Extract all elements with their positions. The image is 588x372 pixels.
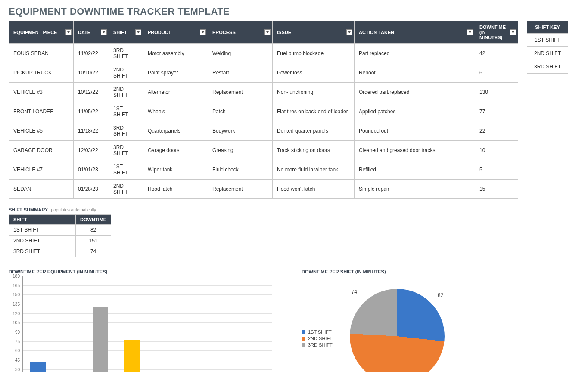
legend-item: 3RD SHIFT: [302, 342, 333, 347]
legend-item: 2ND SHIFT: [302, 336, 333, 341]
svg-marker-2: [137, 31, 140, 33]
cell-process: Bodywork: [208, 121, 273, 141]
cell-process: Patch: [208, 102, 273, 121]
cell-action: Reboot: [355, 63, 475, 83]
column-header[interactable]: ISSUE: [273, 21, 355, 44]
table-row: VEHICLE #310/12/222ND SHIFTAlternatorRep…: [9, 83, 518, 102]
pie-chart-title: DOWNTIME PER SHIFT (IN MINUTES): [302, 269, 453, 274]
summary-heading: SHIFT SUMMARY populates automatically: [9, 207, 579, 213]
cell-shift: 1ST SHIFT: [109, 160, 143, 180]
column-header[interactable]: PROCESS: [208, 21, 273, 44]
table-row: PICKUP TRUCK10/10/222ND SHIFTPaint spray…: [9, 63, 518, 83]
summary-downtime-cell: 82: [76, 225, 111, 236]
summary-subnote: populates automatically: [51, 208, 96, 212]
cell-issue: Fuel pump blockage: [273, 44, 355, 63]
cell-date: 10/10/22: [74, 63, 109, 83]
cell-equipment: VEHICLE #5: [9, 121, 74, 141]
cell-equipment: GARAGE DOOR: [9, 141, 74, 160]
cell-issue: Dented quarter panels: [273, 121, 355, 141]
summary-shift-cell: 3RD SHIFT: [9, 246, 76, 257]
cell-action: Applied patches: [355, 102, 475, 121]
summary-col-downtime: DOWNTIME: [76, 215, 111, 225]
y-axis-tick: 165: [12, 283, 20, 288]
summary-shift-cell: 2ND SHIFT: [9, 236, 76, 246]
cell-downtime: 5: [475, 160, 518, 180]
y-axis-tick: 60: [15, 348, 20, 353]
shift-key-table: SHIFT KEY 1ST SHIFT2ND SHIFT3RD SHIFT: [527, 21, 568, 74]
cell-date: 11/02/22: [74, 44, 109, 63]
summary-shift-cell: 1ST SHIFT: [9, 225, 76, 236]
y-axis-tick: 120: [12, 311, 20, 316]
cell-product: Hood latch: [143, 180, 208, 199]
column-header[interactable]: DOWNTIME (IN MINUTES): [475, 21, 518, 44]
filter-dropdown-icon[interactable]: [200, 29, 206, 35]
column-header[interactable]: SHIFT: [109, 21, 143, 44]
y-axis-tick: 75: [15, 339, 20, 344]
column-header[interactable]: PRODUCT: [143, 21, 208, 44]
bar: 77: [124, 340, 140, 372]
legend-item: 1ST SHIFT: [302, 329, 333, 335]
svg-marker-6: [468, 31, 472, 33]
cell-process: Welding: [208, 44, 273, 63]
cell-product: Quarterpanels: [143, 121, 208, 141]
filter-dropdown-icon[interactable]: [346, 29, 352, 35]
shift-key-row: 3RD SHIFT: [527, 60, 568, 74]
bar-chart-title: DOWNTIME PER EQUIPMENT (IN MINUTES): [9, 269, 276, 274]
pie-data-label: 74: [352, 289, 357, 295]
cell-date: 01/01/23: [74, 160, 109, 180]
cell-product: Alternator: [143, 83, 208, 102]
cell-issue: Non-functioning: [273, 83, 355, 102]
cell-shift: 2ND SHIFT: [109, 180, 143, 199]
cell-action: Simple repair: [355, 180, 475, 199]
cell-shift: 1ST SHIFT: [109, 102, 143, 121]
summary-downtime-cell: 151: [76, 236, 111, 246]
svg-marker-7: [511, 31, 515, 33]
cell-action: Ordered part/replaced: [355, 83, 475, 102]
summary-downtime-cell: 74: [76, 246, 111, 257]
y-axis-tick: 30: [15, 367, 20, 372]
cell-process: Replacement: [208, 180, 273, 199]
filter-dropdown-icon[interactable]: [467, 29, 473, 35]
legend-label: 2ND SHIFT: [308, 336, 333, 341]
cell-downtime: 22: [475, 121, 518, 141]
column-header[interactable]: ACTION TAKEN: [355, 21, 475, 44]
bar-chart-block: DOWNTIME PER EQUIPMENT (IN MINUTES) 0153…: [9, 269, 276, 372]
column-header[interactable]: EQUIPMENT PIECE: [9, 21, 74, 44]
summary-col-shift: SHIFT: [9, 215, 76, 225]
bar: 130: [93, 307, 108, 372]
svg-marker-0: [67, 31, 70, 33]
filter-dropdown-icon[interactable]: [510, 29, 516, 35]
cell-shift: 3RD SHIFT: [109, 44, 143, 63]
main-data-table: EQUIPMENT PIECEDATESHIFTPRODUCTPROCESSIS…: [9, 21, 518, 199]
shift-key-row: 1ST SHIFT: [527, 34, 568, 47]
cell-date: 11/05/22: [74, 102, 109, 121]
downtime-per-shift-pie-chart: 8215174: [341, 276, 453, 372]
cell-downtime: 6: [475, 63, 518, 83]
cell-date: 12/03/22: [74, 141, 109, 160]
summary-label: SHIFT SUMMARY: [9, 207, 48, 212]
cell-issue: Track sticking on doors: [273, 141, 355, 160]
cell-downtime: 15: [475, 180, 518, 199]
table-row: VEHICLE #511/18/223RD SHIFTQuarterpanels…: [9, 121, 518, 141]
cell-product: Garage doors: [143, 141, 208, 160]
y-axis-tick: 135: [12, 302, 20, 307]
y-axis-tick: 90: [15, 330, 20, 335]
filter-dropdown-icon[interactable]: [264, 29, 271, 35]
cell-issue: No more fluid in wiper tank: [273, 160, 355, 180]
cell-equipment: VEHICLE #3: [9, 83, 74, 102]
legend-label: 3RD SHIFT: [308, 342, 333, 347]
cell-equipment: FRONT LOADER: [9, 102, 74, 121]
cell-date: 11/18/22: [74, 121, 109, 141]
cell-shift: 2ND SHIFT: [109, 83, 143, 102]
column-header[interactable]: DATE: [74, 21, 109, 44]
y-axis-tick: 150: [12, 292, 20, 297]
filter-dropdown-icon[interactable]: [101, 29, 107, 35]
table-row: SEDAN01/28/232ND SHIFTHood latchReplacem…: [9, 180, 518, 199]
filter-dropdown-icon[interactable]: [135, 29, 141, 35]
cell-equipment: SEDAN: [9, 180, 74, 199]
downtime-per-equipment-bar-chart: 0153045607590105120135150165180 42613077…: [9, 276, 276, 372]
y-axis-tick: 45: [15, 358, 20, 363]
filter-dropdown-icon[interactable]: [65, 29, 72, 35]
cell-issue: Power loss: [273, 63, 355, 83]
legend-swatch-icon: [302, 330, 305, 334]
